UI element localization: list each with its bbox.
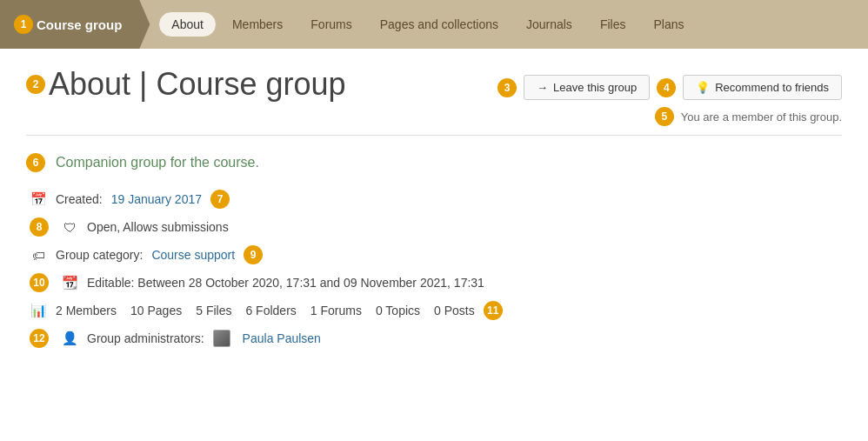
- created-row: 📅 Created: 19 January 2017 7: [30, 190, 842, 209]
- shield-icon: 🛡: [61, 218, 78, 236]
- badge-7: 7: [210, 190, 230, 209]
- calendar2-icon: 📆: [61, 274, 78, 291]
- info-section: 📅 Created: 19 January 2017 7 8 🛡 Open, A…: [30, 190, 842, 348]
- badge-11: 11: [484, 301, 503, 320]
- recommend-icon: 💡: [696, 81, 710, 94]
- page-title: About | Course group: [49, 66, 346, 103]
- badge-5: 5: [655, 107, 674, 126]
- group-description-text: Companion group for the course.: [56, 155, 259, 170]
- category-value[interactable]: Course support: [151, 248, 235, 262]
- tab-forums[interactable]: Forums: [298, 12, 364, 37]
- stat-files: 5 Files: [196, 304, 231, 317]
- admin-name[interactable]: Paula Paulsen: [243, 331, 321, 345]
- stat-posts: 0 Posts: [434, 304, 475, 317]
- navigation-bar: 1 Course group About Members Forums Page…: [0, 0, 868, 49]
- recommend-label: Recommend to friends: [715, 81, 829, 94]
- category-label: Group category:: [56, 248, 143, 262]
- chart-icon: 📊: [30, 302, 47, 319]
- page-title-row: 2 About | Course group 3 → Leave this gr…: [26, 66, 842, 126]
- admin-label: Group administrators:: [87, 331, 204, 345]
- tab-about[interactable]: About: [158, 11, 217, 37]
- recommend-button[interactable]: 💡 Recommend to friends: [683, 75, 842, 100]
- badge-9: 9: [244, 245, 263, 264]
- category-row: 🏷 Group category: Course support 9: [30, 245, 842, 264]
- tab-plans[interactable]: Plans: [641, 12, 696, 37]
- main-content: 2 About | Course group 3 → Leave this gr…: [0, 49, 868, 374]
- stat-members: 2 Members: [56, 304, 117, 317]
- tab-pages-collections[interactable]: Pages and collections: [368, 12, 511, 37]
- leave-group-button[interactable]: → Leave this group: [524, 75, 650, 100]
- leave-group-label: Leave this group: [553, 81, 637, 94]
- editable-row: 10 📆 Editable: Between 28 October 2020, …: [30, 273, 842, 292]
- tag-icon: 🏷: [30, 246, 47, 264]
- nav-tabs: About Members Forums Pages and collectio…: [150, 0, 868, 49]
- admin-avatar: [213, 330, 230, 347]
- person-icon: 👤: [61, 330, 78, 347]
- editable-text: Editable: Between 28 October 2020, 17:31…: [87, 276, 484, 290]
- tab-files[interactable]: Files: [588, 12, 638, 37]
- badge-3: 3: [497, 78, 517, 97]
- divider: [26, 135, 842, 136]
- calendar-icon: 📅: [30, 190, 47, 208]
- badge-8: 8: [30, 217, 49, 237]
- openness-row: 8 🛡 Open, Allows submissions: [30, 217, 842, 237]
- created-label: Created:: [56, 192, 103, 206]
- openness-text: Open, Allows submissions: [87, 220, 229, 234]
- page-title-left: 2 About | Course group: [26, 66, 346, 103]
- group-title: 1 Course group: [0, 0, 150, 49]
- created-date: 19 January 2017: [111, 192, 202, 206]
- admin-row: 12 👤 Group administrators: Paula Paulsen: [30, 329, 842, 348]
- leave-arrow-icon: →: [537, 81, 548, 94]
- badge-1: 1: [14, 15, 33, 34]
- badge-2: 2: [26, 75, 45, 94]
- action-buttons: 3 → Leave this group 4 💡 Recommend to fr…: [497, 75, 842, 100]
- group-description: 6 Companion group for the course.: [26, 153, 842, 172]
- stat-forums: 1 Forums: [310, 304, 362, 317]
- tab-members[interactable]: Members: [220, 12, 295, 37]
- stat-topics: 0 Topics: [376, 304, 420, 317]
- badge-6: 6: [26, 153, 45, 172]
- group-title-text: Course group: [37, 17, 122, 32]
- stats-row: 📊 2 Members 10 Pages 5 Files 6 Folders 1…: [30, 301, 842, 320]
- badge-12: 12: [30, 329, 49, 348]
- member-notice: You are a member of this group.: [681, 110, 842, 124]
- badge-4: 4: [657, 78, 676, 97]
- page-title-right: 3 → Leave this group 4 💡 Recommend to fr…: [497, 66, 842, 126]
- stat-pages: 10 Pages: [130, 304, 182, 317]
- stats-list: 2 Members 10 Pages 5 Files 6 Folders 1 F…: [56, 304, 475, 317]
- stat-folders: 6 Folders: [245, 304, 296, 317]
- badge-10: 10: [30, 273, 49, 292]
- tab-journals[interactable]: Journals: [514, 12, 584, 37]
